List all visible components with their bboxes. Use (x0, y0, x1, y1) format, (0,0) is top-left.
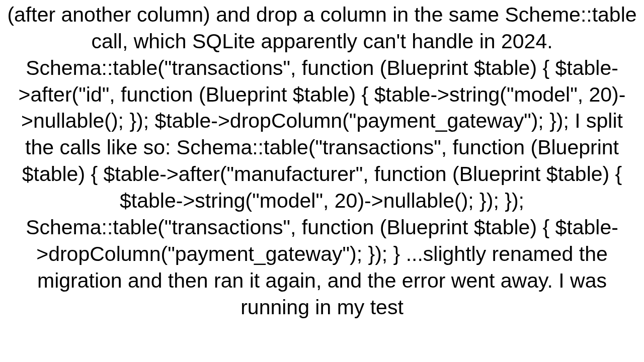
answer-text-block: Answer 0: In my case I was trying to bot… (0, 0, 644, 337)
